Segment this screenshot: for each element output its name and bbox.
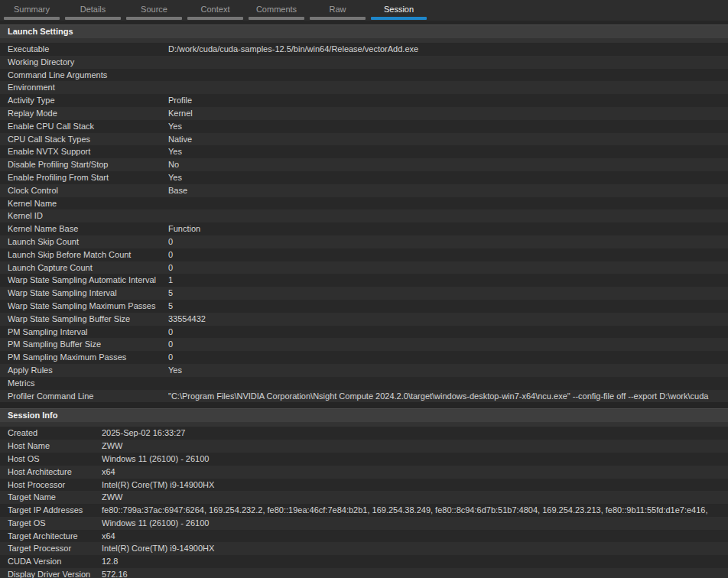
property-value: Kernel — [168, 107, 728, 120]
property-label: PM Sampling Buffer Size — [8, 338, 168, 351]
property-label: Warp State Sampling Buffer Size — [8, 313, 168, 326]
property-value: Profile — [168, 94, 728, 107]
property-label: Apply Rules — [8, 364, 168, 377]
property-value: Yes — [168, 120, 728, 133]
property-label: Host OS — [8, 453, 102, 466]
property-row: Kernel ID — [0, 209, 728, 222]
property-label: Target Name — [8, 491, 102, 504]
property-value — [168, 377, 728, 390]
property-row: Environment — [0, 81, 728, 94]
property-row: PM Sampling Interval0 — [0, 326, 728, 339]
property-label: Working Directory — [8, 56, 168, 69]
property-value: 1 — [168, 274, 728, 287]
property-row: Profiler Command Line"C:\Program Files\N… — [0, 390, 728, 403]
property-label: Warp State Sampling Automatic Interval — [8, 274, 168, 287]
property-label: Kernel Name Base — [8, 222, 168, 235]
property-value: ZWW — [102, 491, 728, 504]
property-value: No — [168, 158, 728, 171]
tab-session[interactable]: Session — [371, 0, 427, 21]
property-value — [168, 81, 728, 94]
property-label: Enable Profiling From Start — [8, 171, 168, 184]
property-row: Target ProcessorIntel(R) Core(TM) i9-149… — [0, 542, 728, 555]
tab-underline — [187, 17, 243, 20]
property-label: Target OS — [8, 517, 102, 530]
property-label: Launch Skip Before Match Count — [8, 248, 168, 261]
property-value: Yes — [168, 364, 728, 377]
property-row: PM Sampling Buffer Size0 — [0, 338, 728, 351]
property-label: Target Architecture — [8, 530, 102, 543]
property-label: Activity Type — [8, 94, 168, 107]
property-row: Warp State Sampling Automatic Interval1 — [0, 274, 728, 287]
tab-summary[interactable]: Summary — [4, 0, 60, 21]
tab-context[interactable]: Context — [187, 0, 243, 21]
tab-comments[interactable]: Comments — [249, 0, 304, 21]
property-value: 0 — [168, 326, 728, 339]
property-row: Replay ModeKernel — [0, 107, 728, 120]
property-value: Windows 11 (26100) - 26100 — [102, 453, 728, 466]
property-row: Enable Profiling From StartYes — [0, 171, 728, 184]
property-label: PM Sampling Interval — [8, 326, 168, 339]
property-row: Warp State Sampling Interval5 — [0, 287, 728, 300]
property-label: Launch Skip Count — [8, 235, 168, 248]
property-row: Launch Skip Count0 — [0, 235, 728, 248]
property-row: CUDA Version12.8 — [0, 555, 728, 568]
property-row: Target NameZWW — [0, 491, 728, 504]
section-header-session-info: Session Info — [0, 408, 728, 422]
tab-details[interactable]: Details — [65, 0, 121, 21]
property-row: Working Directory — [0, 56, 728, 69]
tab-label: Comments — [256, 5, 297, 14]
property-label: Warp State Sampling Interval — [8, 287, 168, 300]
property-label: Enable NVTX Support — [8, 145, 168, 158]
tab-underline — [65, 17, 121, 20]
property-value: Base — [168, 184, 728, 197]
property-value — [168, 209, 728, 222]
property-row: Kernel Name — [0, 197, 728, 210]
property-value: x64 — [102, 466, 728, 479]
tab-raw[interactable]: Raw — [310, 0, 366, 21]
property-row: Host Architecturex64 — [0, 466, 728, 479]
property-label: Host Architecture — [8, 466, 102, 479]
tab-label: Raw — [329, 5, 346, 14]
tab-underline — [126, 17, 182, 20]
property-label: Clock Control — [8, 184, 168, 197]
property-value: 0 — [168, 248, 728, 261]
property-row: Target Architecturex64 — [0, 530, 728, 543]
property-row: Display Driver Version572.16 — [0, 568, 728, 578]
property-row: Host NameZWW — [0, 440, 728, 453]
property-value — [168, 197, 728, 210]
property-row: Command Line Arguments — [0, 69, 728, 82]
tab-label: Summary — [14, 5, 50, 14]
tab-underline — [4, 17, 60, 20]
property-value: Windows 11 (26100) - 26100 — [102, 517, 728, 530]
tab-bar: SummaryDetailsSourceContextCommentsRawSe… — [0, 0, 728, 21]
property-row: Enable CPU Call StackYes — [0, 120, 728, 133]
property-value: 5 — [168, 300, 728, 313]
property-label: Environment — [8, 81, 168, 94]
property-label: Metrics — [8, 377, 168, 390]
property-value: fe80::799a:37ac:6947:6264, 169.254.232.2… — [102, 504, 728, 517]
tab-label: Source — [141, 5, 167, 14]
property-label: Disable Profiling Start/Stop — [8, 158, 168, 171]
section-header-launch-settings: Launch Settings — [0, 24, 728, 38]
property-row: Kernel Name BaseFunction — [0, 222, 728, 235]
property-row: Activity TypeProfile — [0, 94, 728, 107]
property-row: Disable Profiling Start/StopNo — [0, 158, 728, 171]
property-row: Apply RulesYes — [0, 364, 728, 377]
property-row: Launch Capture Count0 — [0, 261, 728, 274]
section-gap — [0, 402, 728, 408]
property-value: Native — [168, 133, 728, 146]
property-value: Yes — [168, 171, 728, 184]
property-label: Kernel Name — [8, 197, 168, 210]
property-label: Created — [8, 427, 102, 440]
property-row: ExecutableD:/work/cuda/cuda-samples-12.5… — [0, 43, 728, 56]
property-value: Yes — [168, 145, 728, 158]
tab-source[interactable]: Source — [126, 0, 182, 21]
property-label: PM Sampling Maximum Passes — [8, 351, 168, 364]
property-row: Created2025-Sep-02 16:33:27 — [0, 427, 728, 440]
property-label: Target Processor — [8, 542, 102, 555]
property-row: PM Sampling Maximum Passes0 — [0, 351, 728, 364]
property-label: Kernel ID — [8, 209, 168, 222]
property-row: Target OSWindows 11 (26100) - 26100 — [0, 517, 728, 530]
property-value: 2025-Sep-02 16:33:27 — [102, 427, 728, 440]
property-value: "C:\Program Files\NVIDIA Corporation\Nsi… — [168, 390, 728, 403]
